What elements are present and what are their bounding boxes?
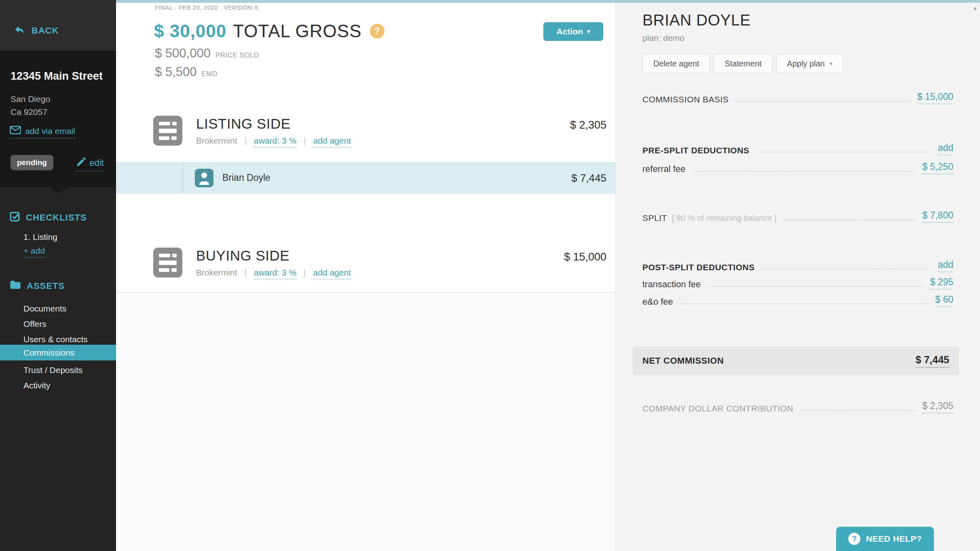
panel-plan-label: plan: demo bbox=[642, 33, 684, 43]
property-address: 12345 Main Street bbox=[11, 70, 103, 83]
add-via-email-link[interactable]: add via email bbox=[10, 126, 75, 139]
dotted-leader bbox=[692, 171, 916, 172]
net-commission-label: NET COMMISSION bbox=[642, 356, 724, 366]
add-via-email-label: add via email bbox=[25, 126, 75, 136]
referral-fee-label: referral fee bbox=[642, 164, 685, 174]
action-button-label: Action bbox=[557, 27, 583, 36]
buying-broker-name: Brokermint bbox=[196, 268, 237, 278]
sidebar: BACK 12345 Main Street San Diego Ca 9205… bbox=[0, 0, 116, 551]
scrollbar-up-arrow[interactable]: ▲ bbox=[972, 5, 978, 11]
commission-basis-row: COMMISSION BASIS $ 15,000 bbox=[642, 91, 953, 104]
checklist-checkbox-icon bbox=[10, 211, 20, 224]
buying-add-agent-link[interactable]: add agent bbox=[313, 268, 351, 280]
delete-agent-button[interactable]: Delete agent bbox=[642, 54, 710, 73]
company-dollar-label: COMPANY DOLLAR CONTRIBUTION bbox=[642, 404, 793, 413]
buying-award-link[interactable]: award: 3 % bbox=[254, 268, 296, 280]
listing-side-title: LISTING SIDE bbox=[196, 116, 291, 132]
separator: | bbox=[304, 268, 306, 278]
version-line: FINAL . FEB 20, 2020 . VERSION 8. bbox=[155, 4, 260, 11]
commission-main-column: FINAL . FEB 20, 2020 . VERSION 8. $ 30,0… bbox=[116, 0, 615, 551]
checklist-add-link[interactable]: + add bbox=[23, 246, 45, 258]
apply-plan-label: Apply plan bbox=[787, 59, 825, 68]
sidebar-item-trust-deposits[interactable]: Trust / Deposits bbox=[0, 362, 116, 378]
panel-button-row: Delete agent Statement Apply plan ▾ bbox=[642, 54, 843, 73]
folder-icon bbox=[10, 280, 21, 292]
back-button[interactable]: BACK bbox=[13, 24, 59, 37]
back-label: BACK bbox=[32, 25, 59, 36]
price-sold-row: $ 500,000 PRICE SOLD bbox=[155, 46, 259, 61]
referral-fee-value[interactable]: $ 5,250 bbox=[922, 161, 953, 174]
post-split-deductions-row: POST-SPLIT DEDUCTIONS add bbox=[642, 259, 953, 272]
post-split-add-link[interactable]: add bbox=[938, 259, 953, 272]
property-state-zip: Ca 92057 bbox=[11, 107, 47, 117]
separator: | bbox=[304, 136, 306, 146]
dotted-leader bbox=[680, 303, 929, 304]
eo-fee-value[interactable]: $ 60 bbox=[935, 294, 953, 307]
total-gross-row: $ 30,000 TOTAL GROSS ? bbox=[154, 21, 384, 41]
split-value[interactable]: $ 7,800 bbox=[922, 210, 953, 223]
separator: | bbox=[245, 268, 247, 278]
commission-basis-value[interactable]: $ 15,000 bbox=[917, 91, 953, 104]
agent-name: Brian Doyle bbox=[222, 172, 270, 183]
listing-side-icon bbox=[153, 116, 182, 147]
sidebar-item-activity[interactable]: Activity bbox=[0, 378, 116, 393]
sidebar-item-commissions[interactable]: Commissions bbox=[0, 345, 116, 360]
dotted-leader bbox=[735, 101, 910, 102]
dotted-leader bbox=[800, 410, 916, 411]
buying-side-icon bbox=[153, 248, 182, 279]
listing-award-link[interactable]: award: 3 % bbox=[254, 136, 296, 148]
emd-label: EMD bbox=[201, 70, 217, 78]
edit-link[interactable]: edit bbox=[76, 157, 104, 172]
edit-label: edit bbox=[90, 158, 104, 168]
total-gross-label: TOTAL GROSS bbox=[233, 21, 361, 41]
checklists-header: CHECKLISTS bbox=[10, 211, 87, 224]
sidebar-item-offers[interactable]: Offers bbox=[0, 316, 116, 332]
agent-row-brian-doyle[interactable]: Brian Doyle $ 7,445 bbox=[116, 162, 615, 194]
transaction-fee-value[interactable]: $ 295 bbox=[930, 277, 953, 290]
envelope-icon bbox=[10, 126, 21, 136]
buying-side-title: BUYING SIDE bbox=[196, 248, 289, 264]
statement-button[interactable]: Statement bbox=[714, 54, 772, 73]
sidebar-item-documents[interactable]: Documents bbox=[0, 301, 116, 316]
transaction-fee-row: transaction fee $ 295 bbox=[642, 277, 953, 290]
action-button[interactable]: Action ▾ bbox=[543, 22, 603, 41]
assets-header-label: ASSETS bbox=[27, 281, 65, 291]
pre-split-header: PRE-SPLIT DEDUCTIONS bbox=[642, 146, 749, 155]
sidebar-header: BACK bbox=[0, 0, 116, 51]
split-note: [ 80 % of remaining balance ] bbox=[672, 214, 777, 223]
eo-fee-row: e&o fee $ 60 bbox=[642, 294, 953, 307]
separator: | bbox=[245, 136, 247, 146]
price-sold-amount: $ 500,000 bbox=[155, 46, 211, 61]
split-row: SPLIT [ 80 % of remaining balance ] $ 7,… bbox=[642, 210, 953, 223]
checklists-header-label: CHECKLISTS bbox=[26, 212, 87, 223]
transaction-fee-label: transaction fee bbox=[642, 279, 701, 290]
price-sold-label: PRICE SOLD bbox=[215, 51, 259, 59]
listing-add-agent-link[interactable]: add agent bbox=[313, 136, 351, 148]
agent-amount: $ 7,445 bbox=[571, 172, 606, 184]
dotted-leader bbox=[783, 219, 916, 220]
total-gross-help-icon[interactable]: ? bbox=[370, 24, 384, 38]
panel-agent-name: BRIAN DOYLE bbox=[642, 11, 751, 29]
pre-split-add-link[interactable]: add bbox=[938, 142, 953, 155]
buying-side-section: BUYING SIDE $ 15,000 Brokermint | award:… bbox=[153, 248, 606, 280]
listing-broker-name: Brokermint bbox=[196, 136, 237, 146]
need-help-button[interactable]: ? NEED HELP? bbox=[836, 527, 934, 551]
checklist-item-listing[interactable]: 1. Listing bbox=[23, 232, 57, 242]
net-commission-value[interactable]: $ 7,445 bbox=[916, 354, 949, 368]
pre-split-deductions-row: PRE-SPLIT DEDUCTIONS add bbox=[642, 142, 953, 155]
statement-label: Statement bbox=[724, 59, 761, 68]
dotted-leader bbox=[707, 286, 923, 287]
listing-side-amount: $ 2,305 bbox=[570, 119, 606, 131]
total-gross-amount: $ 30,000 bbox=[154, 21, 226, 41]
dotted-leader bbox=[756, 152, 931, 153]
property-summary: 12345 Main Street San Diego Ca 92057 add… bbox=[0, 51, 116, 187]
chevron-down-icon: ▾ bbox=[587, 28, 590, 35]
company-dollar-value[interactable]: $ 2,305 bbox=[922, 401, 953, 413]
buying-side-amount: $ 15,000 bbox=[564, 251, 606, 263]
emd-amount: $ 5,500 bbox=[155, 65, 196, 79]
referral-fee-row: referral fee $ 5,250 bbox=[642, 161, 953, 174]
listing-side-section: LISTING SIDE $ 2,305 Brokermint | award:… bbox=[153, 116, 606, 148]
apply-plan-button[interactable]: Apply plan ▾ bbox=[776, 54, 843, 73]
agent-avatar-icon bbox=[195, 169, 213, 189]
assets-header: ASSETS bbox=[10, 280, 65, 292]
